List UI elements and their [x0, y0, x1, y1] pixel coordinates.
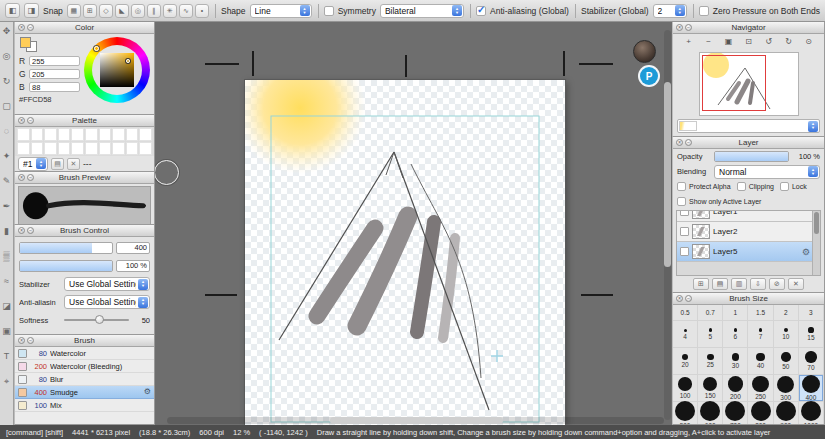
shape-select[interactable]: Line ▲▼ — [250, 4, 312, 18]
brush-size-cell[interactable]: 0.5 — [673, 305, 698, 321]
zero-pressure-checkbox[interactable] — [699, 6, 709, 16]
palette-swatch[interactable] — [31, 128, 44, 141]
collapse-icon[interactable]: − — [685, 139, 692, 146]
palette-swatch[interactable] — [17, 128, 30, 141]
gear-icon[interactable]: ⚙ — [144, 387, 151, 397]
zoom-in-icon[interactable]: + — [682, 37, 695, 46]
brush-size-cell[interactable]: 5 — [698, 321, 723, 348]
navigator-thumbnail[interactable] — [700, 53, 798, 115]
horizontal-scrollbar-thumb[interactable] — [330, 417, 503, 424]
pen-tool[interactable]: ✒ — [1, 201, 12, 212]
brush-size-cell[interactable]: 50 — [774, 348, 799, 375]
softness-slider-knob[interactable] — [95, 315, 104, 324]
viewport-rect[interactable] — [702, 55, 766, 111]
snap-perspective-icon[interactable]: ◇ — [99, 4, 113, 18]
watercolor-tool[interactable]: ≈ — [1, 276, 12, 287]
brush-size-slider[interactable] — [19, 242, 113, 254]
brush-size-cell[interactable]: 3 — [799, 305, 824, 321]
brush-size-cell[interactable]: 4 — [673, 321, 698, 348]
zoom-tool[interactable]: ◎ — [1, 51, 12, 62]
brush-size-cell[interactable]: 30 — [723, 348, 748, 375]
softness-slider[interactable] — [64, 315, 129, 325]
user-avatar[interactable] — [633, 40, 656, 63]
layer-visibility-checkbox[interactable] — [680, 227, 689, 236]
layer-row[interactable]: Layer1 — [677, 210, 812, 222]
snap-settings-icon[interactable]: • — [195, 4, 209, 18]
palette-swatch[interactable] — [58, 128, 71, 141]
brush-item[interactable]: 80Blur — [15, 373, 154, 386]
airbrush-tool[interactable]: ▒ — [1, 251, 12, 262]
gear-icon[interactable]: ⚙ — [802, 246, 810, 258]
brush-size-cell[interactable]: 70 — [799, 348, 824, 375]
delete-swatch-icon[interactable]: ✕ — [67, 158, 80, 170]
protect-alpha-checkbox[interactable] — [677, 182, 686, 191]
red-value-field[interactable]: 255 — [29, 56, 80, 66]
brush-size-cell[interactable]: 300 — [774, 375, 799, 402]
palette-swatch[interactable] — [99, 128, 112, 141]
show-only-active-checkbox[interactable] — [677, 197, 686, 206]
palette-swatch[interactable] — [71, 142, 84, 155]
brush-size-cell[interactable]: 1.5 — [748, 305, 773, 321]
brush-item[interactable]: 200Watercolor (Bleeding) — [15, 360, 154, 373]
toggle-left-panel-icon[interactable]: ◧ — [5, 3, 20, 18]
close-icon[interactable]: × — [18, 227, 25, 234]
fill-tool[interactable]: ▣ — [1, 326, 12, 337]
green-value-field[interactable]: 205 — [29, 69, 80, 79]
clipping-checkbox[interactable] — [737, 182, 746, 191]
horizontal-scrollbar[interactable] — [167, 417, 664, 424]
palette-swatch[interactable] — [44, 142, 57, 155]
palette-swatch[interactable] — [17, 142, 30, 155]
brush-opacity-slider[interactable] — [19, 260, 113, 272]
text-tool[interactable]: T — [1, 351, 12, 362]
collapse-icon[interactable]: − — [27, 24, 34, 31]
zoom-out-icon[interactable]: − — [702, 37, 715, 46]
layer-visibility-checkbox[interactable] — [680, 247, 689, 256]
clear-layer-icon[interactable]: ⊘ — [769, 278, 785, 290]
collapse-icon[interactable]: − — [27, 227, 34, 234]
merge-down-icon[interactable]: ⇩ — [750, 278, 766, 290]
palette-swatch[interactable] — [85, 142, 98, 155]
brush-size-cell[interactable]: 500 — [673, 402, 698, 424]
snap-curve-icon[interactable]: ∿ — [179, 4, 193, 18]
zoom-reset-icon[interactable]: ⊡ — [742, 37, 755, 46]
palette-swatch[interactable] — [58, 142, 71, 155]
eraser-tool[interactable]: ◪ — [1, 301, 12, 312]
brush-size-cell[interactable]: 40 — [748, 348, 773, 375]
collapse-icon[interactable]: − — [685, 24, 692, 31]
wand-tool[interactable]: ✦ — [1, 151, 12, 162]
move-tool[interactable]: ✥ — [1, 26, 12, 37]
blending-select[interactable]: Normal ▲▼ — [714, 165, 820, 179]
blue-value-field[interactable]: 88 — [29, 82, 80, 92]
hex-value[interactable]: #FFCD58 — [19, 94, 80, 104]
brush-size-cell[interactable]: 800 — [748, 402, 773, 424]
collapse-icon[interactable]: − — [27, 337, 34, 344]
brush-size-cell[interactable]: 600 — [698, 402, 723, 424]
close-icon[interactable]: × — [18, 117, 25, 124]
snap-grid-icon[interactable]: ⊞ — [83, 4, 97, 18]
rotate-tool[interactable]: ↻ — [1, 76, 12, 87]
brush-size-cell[interactable]: 7 — [748, 321, 773, 348]
brush-size-cell[interactable]: 1000 — [799, 402, 824, 424]
layer-scrollbar-thumb[interactable] — [814, 212, 819, 234]
toggle-right-panel-icon[interactable]: ◨ — [24, 3, 39, 18]
snap-parallel-icon[interactable]: ∥ — [147, 4, 161, 18]
rotate-cw-icon[interactable]: ↻ — [782, 37, 795, 46]
zoom-fit-icon[interactable]: ▣ — [722, 37, 735, 46]
brush-item[interactable]: 400Smudge⚙ — [15, 386, 154, 399]
new-layer-icon[interactable]: ⊞ — [693, 278, 709, 290]
palette-swatch[interactable] — [71, 128, 84, 141]
palette-swatch[interactable] — [99, 142, 112, 155]
saturation-value-square[interactable] — [100, 53, 134, 87]
stabilizer-select[interactable]: 2 ▲▼ — [653, 4, 687, 18]
brush-size-cell[interactable]: 200 — [723, 375, 748, 402]
snap-vanishing-icon[interactable]: ◣ — [115, 4, 129, 18]
new-folder-icon[interactable]: ▤ — [712, 278, 728, 290]
canvas[interactable] — [245, 80, 565, 425]
brush-tool[interactable]: ▮ — [1, 226, 12, 237]
palette-swatch[interactable] — [126, 128, 139, 141]
brush-size-cell[interactable]: 15 — [799, 321, 824, 348]
color-wheel[interactable] — [84, 37, 150, 103]
symmetry-checkbox[interactable] — [324, 6, 334, 16]
layer-scrollbar[interactable] — [812, 211, 820, 275]
collapse-icon[interactable]: − — [685, 295, 692, 302]
